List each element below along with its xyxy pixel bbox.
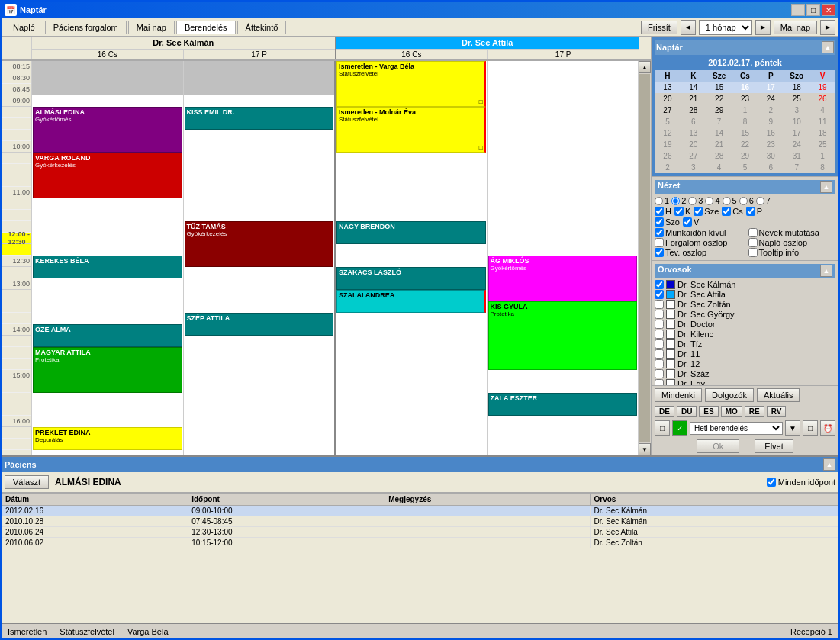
day-5[interactable]: 5 <box>655 116 681 127</box>
day-1-next[interactable]: 1 <box>732 105 758 116</box>
day-5-mar[interactable]: 5 <box>732 162 758 173</box>
elvet-button[interactable]: Elvet <box>755 439 793 453</box>
check-Cs[interactable]: Cs <box>722 207 742 216</box>
check-forgalom[interactable]: Forgalom oszlop <box>655 238 742 247</box>
day-19[interactable]: 19 <box>809 82 835 93</box>
doctor-sec-kalman[interactable]: Dr. Sec Kálmán <box>655 280 835 289</box>
refresh-button[interactable]: Frissít <box>641 21 677 34</box>
doctor-11[interactable]: Dr. 11 <box>655 349 835 359</box>
attila-col1[interactable]: Ismeretlen - Varga Béla Státuszfelvétel … <box>336 61 488 455</box>
heti-icon4[interactable]: ⏰ <box>820 420 835 436</box>
heti-icon1[interactable]: □ <box>655 420 670 436</box>
calendar-scroll[interactable]: 08:15 08:30 08:45 09:00 10:00 11:00 <box>2 61 639 455</box>
day-3-mar[interactable]: 3 <box>681 162 706 173</box>
valaszt-button[interactable]: Választ <box>5 475 49 489</box>
ok-button[interactable]: Ok <box>697 439 739 453</box>
table-row[interactable]: 2010.10.2807:45-08:45Dr. Sec Kálmán <box>2 516 838 527</box>
day-1-mar[interactable]: 1 <box>809 150 835 162</box>
check-V[interactable]: V <box>683 217 699 227</box>
table-row[interactable]: 2012.02.1609:00-10:00Dr. Sec Kálmán <box>2 506 838 516</box>
doctor-sec-gyorgy[interactable]: Dr. Sec György <box>655 310 835 319</box>
scroll-thumb[interactable] <box>639 74 650 442</box>
day-16b[interactable]: 16 <box>758 127 784 139</box>
apt-szep-attila[interactable]: SZÉP ATTILA <box>185 313 334 336</box>
scroll-down-button[interactable]: ▼ <box>639 443 651 455</box>
table-row[interactable]: 2010.06.0210:15-12:00Dr. Sec Zoltán <box>2 538 838 548</box>
attila-col2[interactable]: ÁG MIKLÓS Gyókértömés KIS GYULA Protetik… <box>488 61 639 455</box>
check-tooltip[interactable]: Tooltip info <box>748 248 836 257</box>
lang-DU[interactable]: DU <box>677 406 697 417</box>
check-naplo[interactable]: Napló oszlop <box>748 238 836 247</box>
minimize-button[interactable]: _ <box>791 4 805 16</box>
apt-varga-bela[interactable]: Ismeretlen - Varga Béla Státuszfelvétel … <box>336 61 486 107</box>
check-Szo[interactable]: Szo <box>655 217 680 227</box>
day-29b[interactable]: 29 <box>732 150 758 162</box>
lang-RV[interactable]: RV <box>767 406 787 417</box>
doctor-12[interactable]: Dr. 12 <box>655 359 835 368</box>
calendar-scrollbar[interactable]: ▲ ▼ <box>639 61 651 455</box>
kalman-col1[interactable]: ALMÁSI EDINA Gyókértömés VARGA ROLAND Gy… <box>32 61 184 455</box>
heti-down-btn[interactable]: ▼ <box>785 420 800 436</box>
heti-select[interactable]: Heti berendelés <box>690 422 783 435</box>
tab-paciens-forgalom[interactable]: Páciens forgalom <box>45 21 127 34</box>
day-15b[interactable]: 15 <box>732 127 758 139</box>
day-6[interactable]: 6 <box>681 116 706 127</box>
aktualis-button[interactable]: Aktuális <box>757 388 800 402</box>
lang-ES[interactable]: ES <box>699 406 718 417</box>
day-15[interactable]: 15 <box>706 82 732 93</box>
tab-naplo[interactable]: Napló <box>5 21 43 34</box>
mindenki-button[interactable]: Mindenki <box>655 388 702 402</box>
check-P[interactable]: P <box>746 207 762 216</box>
day-26[interactable]: 26 <box>809 93 835 105</box>
apt-zala-eszter[interactable]: ZALA ESZTER <box>488 393 638 416</box>
prev-period-button[interactable]: ◄ <box>681 20 696 35</box>
day-10[interactable]: 10 <box>784 116 809 127</box>
day-14b[interactable]: 14 <box>706 127 732 139</box>
day-22b[interactable]: 22 <box>732 139 758 150</box>
apt-almasi-edina[interactable]: ALMÁSI EDINA Gyókértömés <box>33 107 182 153</box>
apt-tuz-tamas[interactable]: TŰZ TAMÁS Gyókérkezelés <box>185 221 334 267</box>
day-7[interactable]: 7 <box>706 116 732 127</box>
doctor-doctor[interactable]: Dr. Doctor <box>655 320 835 329</box>
radio-3[interactable]: 3 <box>688 196 703 205</box>
day-4-next[interactable]: 4 <box>809 105 835 116</box>
apt-kiss-emil[interactable]: KISS EMIL DR. <box>185 107 334 130</box>
check-K[interactable]: K <box>674 207 690 216</box>
day-2-next[interactable]: 2 <box>758 105 784 116</box>
day-11[interactable]: 11 <box>809 116 835 127</box>
radio-5[interactable]: 5 <box>723 196 737 205</box>
day-2-mar[interactable]: 2 <box>655 162 681 173</box>
radio-6[interactable]: 6 <box>739 196 754 205</box>
doctor-sec-attila[interactable]: Dr. Sec Attila <box>655 290 835 299</box>
day-13[interactable]: 13 <box>655 82 681 93</box>
day-8-mar[interactable]: 8 <box>809 162 835 173</box>
day-23b[interactable]: 23 <box>758 139 784 150</box>
scroll-up-button[interactable]: ▲ <box>639 61 651 73</box>
apt-ag-miklos[interactable]: ÁG MIKLÓS Gyókértömés <box>488 256 638 301</box>
radio-7[interactable]: 7 <box>756 196 771 205</box>
day-31b[interactable]: 31 <box>784 150 809 162</box>
radio-1[interactable]: 1 <box>655 196 669 205</box>
day-17b[interactable]: 17 <box>784 127 809 139</box>
check-nevek[interactable]: Nevek mutatása <box>748 228 836 237</box>
next-period-button[interactable]: ► <box>755 20 771 35</box>
apt-molnar-eva[interactable]: Ismeretlen - Molnár Éva Státuszfelvétel … <box>336 107 486 153</box>
apt-varga-roland[interactable]: VARGA ROLAND Gyókérkezelés <box>33 153 182 198</box>
doctor-tiz[interactable]: Dr. Tíz <box>655 339 835 349</box>
kalman-col2[interactable]: KISS EMIL DR. TŰZ TAMÁS Gyókérkezelés SZ… <box>184 61 336 455</box>
radio-2[interactable]: 2 <box>671 196 686 205</box>
apt-kis-gyula[interactable]: KIS GYULA Protetika <box>488 301 638 370</box>
day-9[interactable]: 9 <box>758 116 784 127</box>
apt-kerekes-bela[interactable]: KEREKES BÉLA <box>33 256 182 278</box>
next-day-button[interactable]: ► <box>820 20 835 35</box>
day-7-mar[interactable]: 7 <box>784 162 809 173</box>
apt-preklet-edina[interactable]: PREKLET EDINA Depurálás <box>33 427 182 450</box>
check-H[interactable]: H <box>655 207 671 216</box>
day-21[interactable]: 21 <box>681 93 706 105</box>
paciens-collapse[interactable]: ▲ <box>823 458 835 471</box>
lang-MO[interactable]: MO <box>721 406 742 417</box>
check-Sze[interactable]: Sze <box>694 207 719 216</box>
day-29[interactable]: 29 <box>706 105 732 116</box>
day-27[interactable]: 27 <box>655 105 681 116</box>
mini-cal-collapse[interactable]: ▲ <box>822 41 834 53</box>
